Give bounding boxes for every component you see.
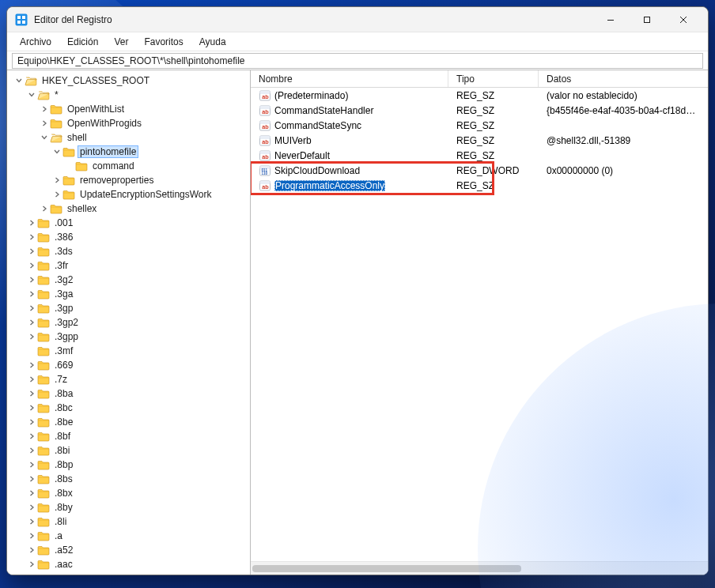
chevron-down-icon[interactable] xyxy=(39,134,50,141)
tree-node[interactable]: HKEY_CLASSES_ROOT xyxy=(7,74,250,88)
menu-favoritos[interactable]: Favoritos xyxy=(136,34,191,50)
value-row[interactable]: NeverDefaultREG_SZ xyxy=(251,148,708,163)
tree-node[interactable]: .8bi xyxy=(7,443,250,458)
tree-node[interactable]: * xyxy=(7,88,250,102)
tree-node[interactable]: .3mf xyxy=(7,344,250,358)
reg-string-icon xyxy=(259,89,271,102)
tree-node[interactable]: .7z xyxy=(7,372,250,386)
minimize-button[interactable] xyxy=(592,7,629,32)
chevron-down-icon[interactable] xyxy=(13,77,25,84)
chevron-right-icon[interactable] xyxy=(26,405,37,411)
tree-node[interactable]: .3gp xyxy=(7,301,250,315)
maximize-button[interactable] xyxy=(629,7,665,32)
tree-node[interactable]: .8bp xyxy=(7,458,250,472)
chevron-right-icon[interactable] xyxy=(26,319,37,326)
chevron-right-icon[interactable] xyxy=(26,262,37,269)
chevron-right-icon[interactable] xyxy=(51,177,62,183)
menu-ver[interactable]: Ver xyxy=(106,34,136,50)
value-row[interactable]: SkipCloudDownloadREG_DWORD0x00000000 (0) xyxy=(251,163,708,178)
tree-node[interactable]: .8ba xyxy=(7,386,250,401)
chevron-right-icon[interactable] xyxy=(26,248,37,254)
chevron-right-icon[interactable] xyxy=(26,504,37,511)
tree-node[interactable]: .3gp2 xyxy=(7,315,250,330)
tree-node[interactable]: .3ga xyxy=(7,287,250,301)
tree-node[interactable]: .001 xyxy=(7,216,250,230)
chevron-right-icon[interactable] xyxy=(26,234,37,240)
chevron-right-icon[interactable] xyxy=(26,291,37,297)
chevron-right-icon[interactable] xyxy=(26,305,37,311)
tree-node[interactable]: command xyxy=(7,159,250,173)
tree-node-label: .3gp2 xyxy=(53,317,80,328)
tree-node[interactable]: .8li xyxy=(7,514,250,529)
value-row[interactable]: MUIVerbREG_SZ@shell32.dll,-51389 xyxy=(251,133,708,148)
tree-node[interactable]: .386 xyxy=(7,230,250,244)
chevron-right-icon[interactable] xyxy=(26,561,37,567)
tree-node[interactable]: .3ds xyxy=(7,244,250,258)
chevron-right-icon[interactable] xyxy=(26,490,37,496)
tree-node[interactable]: .8by xyxy=(7,500,250,514)
chevron-right-icon[interactable] xyxy=(26,419,37,425)
tree-node[interactable]: .8bs xyxy=(7,472,250,486)
tree-node[interactable]: pintohomefile xyxy=(7,145,250,159)
tree-node[interactable]: .3gpp xyxy=(7,330,250,344)
chevron-right-icon[interactable] xyxy=(26,390,37,397)
value-row[interactable]: ProgrammaticAccessOnlyREG_SZ xyxy=(251,178,708,193)
tree-node[interactable]: .8bc xyxy=(7,401,250,415)
menu-ayuda[interactable]: Ayuda xyxy=(191,34,234,50)
tree-node[interactable]: .8bx xyxy=(7,486,250,500)
col-nombre[interactable]: Nombre xyxy=(251,70,448,87)
chevron-right-icon[interactable] xyxy=(26,334,37,340)
address-input[interactable]: Equipo\HKEY_CLASSES_ROOT\*\shell\pintoho… xyxy=(12,53,703,69)
tree-node[interactable]: .a xyxy=(7,529,250,543)
tree-node[interactable]: .abr xyxy=(7,571,250,575)
value-row[interactable]: CommandStateHandlerREG_SZ{b455f46e-e4af-… xyxy=(251,103,708,118)
value-row[interactable]: (Predeterminado)REG_SZ(valor no establec… xyxy=(251,88,708,103)
values-h-scrollbar[interactable] xyxy=(251,561,708,575)
tree-node[interactable]: .3g2 xyxy=(7,273,250,287)
close-button[interactable] xyxy=(665,7,702,32)
col-datos[interactable]: Datos xyxy=(539,70,708,87)
titlebar[interactable]: Editor del Registro xyxy=(7,7,708,32)
chevron-right-icon[interactable] xyxy=(26,476,37,482)
chevron-down-icon[interactable] xyxy=(26,92,37,98)
values-rows[interactable]: (Predeterminado)REG_SZ(valor no establec… xyxy=(251,88,708,561)
tree-node-label: .386 xyxy=(53,232,74,243)
tree-node-label: .aac xyxy=(53,559,74,570)
chevron-right-icon[interactable] xyxy=(51,191,62,198)
tree-node[interactable]: OpenWithList xyxy=(7,102,250,116)
menu-archivo[interactable]: Archivo xyxy=(12,34,59,50)
chevron-right-icon[interactable] xyxy=(26,533,37,539)
chevron-right-icon[interactable] xyxy=(26,518,37,525)
chevron-right-icon[interactable] xyxy=(39,106,50,112)
chevron-right-icon[interactable] xyxy=(26,362,37,368)
folder-icon xyxy=(62,188,75,201)
chevron-right-icon[interactable] xyxy=(26,447,37,454)
folder-icon xyxy=(37,273,50,286)
tree-node[interactable]: shell xyxy=(7,130,250,145)
tree-node[interactable]: .a52 xyxy=(7,543,250,557)
tree-node[interactable]: shellex xyxy=(7,202,250,216)
tree-node[interactable]: .3fr xyxy=(7,258,250,273)
tree-node[interactable]: .669 xyxy=(7,358,250,372)
tree-node[interactable]: UpdateEncryptionSettingsWork xyxy=(7,187,250,202)
tree-node-label: .3gpp xyxy=(53,331,80,342)
chevron-right-icon[interactable] xyxy=(26,462,37,468)
chevron-right-icon[interactable] xyxy=(39,205,50,212)
tree-node[interactable]: removeproperties xyxy=(7,173,250,187)
value-row[interactable]: CommandStateSyncREG_SZ xyxy=(251,118,708,133)
menu-edicion[interactable]: Edición xyxy=(59,34,106,50)
tree-node[interactable]: .aac xyxy=(7,557,250,571)
chevron-right-icon[interactable] xyxy=(26,547,37,553)
chevron-right-icon[interactable] xyxy=(26,277,37,283)
values-header[interactable]: Nombre Tipo Datos xyxy=(251,70,708,88)
tree-node[interactable]: .8bf xyxy=(7,429,250,443)
chevron-right-icon[interactable] xyxy=(26,220,37,226)
col-tipo[interactable]: Tipo xyxy=(448,70,539,87)
tree-pane[interactable]: HKEY_CLASSES_ROOT*OpenWithListOpenWithPr… xyxy=(7,70,251,575)
chevron-right-icon[interactable] xyxy=(26,376,37,383)
tree-node[interactable]: OpenWithProgids xyxy=(7,116,250,130)
tree-node[interactable]: .8be xyxy=(7,415,250,429)
chevron-right-icon[interactable] xyxy=(26,433,37,439)
chevron-right-icon[interactable] xyxy=(39,120,50,126)
chevron-down-icon[interactable] xyxy=(51,149,62,155)
